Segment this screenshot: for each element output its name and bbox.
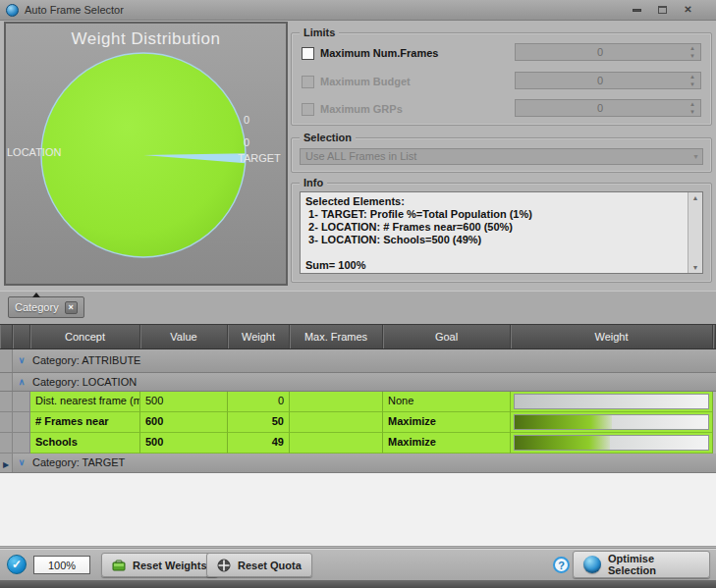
cell-weight[interactable]: 50	[228, 412, 290, 433]
pie-label-zero-1: 0	[244, 114, 249, 126]
cell-goal[interactable]: Maximize	[383, 412, 511, 433]
cell-max-frames[interactable]	[290, 392, 383, 412]
cell-concept[interactable]: Schools	[30, 433, 140, 454]
weight-bar-track	[514, 435, 709, 451]
max-budget-spinner: 0 ▲ ▼	[515, 72, 701, 89]
spinner-up-icon[interactable]: ▲	[686, 45, 699, 52]
header-goal[interactable]: Goal	[383, 325, 511, 348]
max-num-frames-label: Maximum Num.Frames	[320, 47, 438, 59]
cell-goal[interactable]: None	[383, 392, 511, 412]
cell-value[interactable]: 500	[140, 392, 228, 412]
header-concept[interactable]: Concept	[30, 325, 140, 348]
selection-groupbox: Selection Use ALL Frames in List ▼	[291, 137, 712, 173]
row-expander-cell	[13, 433, 30, 454]
weight-bar-track	[514, 394, 709, 409]
header-weight[interactable]: Weight	[228, 325, 290, 348]
sort-ascending-icon	[32, 293, 40, 297]
group-row-attribute[interactable]: ∨ Category: ATTRIBUTE	[0, 349, 716, 373]
weight-bar-fill	[515, 436, 610, 450]
help-icon[interactable]: ?	[553, 557, 570, 573]
max-budget-label: Maximum Budget	[320, 76, 411, 87]
weights-ok-check-icon: ✓	[7, 555, 27, 574]
maximize-button[interactable]	[656, 4, 669, 16]
reset-quota-button[interactable]: Reset Quota	[206, 553, 312, 577]
scroll-up-icon[interactable]: ▲	[688, 194, 702, 201]
cell-goal[interactable]: Maximize	[383, 433, 511, 454]
group-row-location[interactable]: ∧ Category: LOCATION	[0, 373, 716, 392]
row-indicator-cell: ▶	[0, 454, 13, 472]
table-row-frames-near[interactable]: # Frames near 600 50 Maximize	[0, 412, 716, 433]
close-button[interactable]: ✕	[682, 4, 694, 16]
optimise-globe-icon	[583, 556, 601, 573]
group-by-panel: Category ×	[0, 291, 716, 324]
limits-groupbox: Limits Maximum Num.Frames 0 ▲ ▼ Maximum …	[291, 32, 712, 126]
pie-label-location: LOCATION	[7, 146, 61, 158]
info-scrollbar[interactable]: ▲ ▼	[688, 192, 702, 273]
optimise-selection-label: Optimise Selection	[608, 553, 699, 576]
row-indicator-cell	[0, 412, 13, 433]
minimize-icon	[633, 9, 641, 12]
row-expander-cell	[13, 412, 30, 433]
cell-value[interactable]: 600	[140, 412, 228, 433]
header-max-frames[interactable]: Max. Frames	[290, 325, 383, 348]
table-row-schools[interactable]: Schools 500 49 Maximize	[0, 433, 716, 454]
info-legend: Info	[300, 177, 327, 189]
row-indicator-cell	[0, 373, 13, 391]
weights-grid: Concept Value Weight Max. Frames Goal We…	[0, 324, 716, 547]
reset-quota-icon	[217, 559, 231, 572]
window-title: Auto Frame Selector	[25, 4, 124, 16]
cell-weight-bar[interactable]	[511, 412, 713, 433]
header-expander	[13, 325, 30, 348]
table-row-dist-nearest-frame[interactable]: Dist. nearest frame (m) 500 0 None	[0, 392, 716, 412]
cell-value[interactable]: 500	[140, 433, 228, 454]
group-chip-label: Category	[15, 301, 59, 313]
group-chip-close-icon[interactable]: ×	[65, 301, 78, 314]
max-num-frames-row: Maximum Num.Frames	[302, 45, 438, 61]
reset-weights-icon	[112, 560, 126, 571]
cell-weight[interactable]: 49	[228, 433, 290, 454]
row-indicator-cell	[0, 392, 13, 412]
group-label-target: Category: TARGET	[30, 454, 125, 472]
cell-weight-bar[interactable]	[511, 433, 713, 454]
scroll-down-icon[interactable]: ▼	[688, 264, 702, 271]
group-label-attribute: Category: ATTRIBUTE	[30, 349, 140, 372]
chevron-down-icon[interactable]: ∨	[13, 454, 30, 472]
max-grps-value: 0	[516, 100, 685, 116]
close-icon: ✕	[684, 5, 691, 15]
max-grps-label: Maximum GRPs	[320, 103, 403, 115]
max-budget-checkbox	[302, 76, 314, 88]
total-weight-input[interactable]	[33, 556, 90, 574]
chevron-down-icon[interactable]: ∨	[13, 349, 30, 372]
cell-weight-bar[interactable]	[511, 392, 713, 412]
row-indicator-cell	[0, 433, 13, 454]
app-icon	[6, 4, 19, 17]
cell-concept[interactable]: # Frames near	[30, 412, 140, 433]
minimize-button[interactable]	[631, 4, 643, 16]
reset-weights-label: Reset Weights	[133, 560, 207, 571]
group-row-target[interactable]: ▶ ∨ Category: TARGET	[0, 454, 716, 473]
max-grps-checkbox	[302, 103, 314, 116]
optimise-selection-button[interactable]: Optimise Selection	[573, 551, 710, 578]
group-chip-category[interactable]: Category ×	[8, 296, 84, 318]
spinner-down-icon: ▼	[686, 81, 699, 88]
cell-max-frames[interactable]	[290, 433, 383, 454]
max-num-frames-spinner[interactable]: 0 ▲ ▼	[515, 43, 701, 61]
chevron-up-icon[interactable]: ∧	[13, 373, 30, 391]
header-weight-bar[interactable]: Weight	[511, 325, 713, 348]
cell-max-frames[interactable]	[290, 412, 383, 433]
spinner-up-icon: ▲	[686, 101, 699, 108]
pie-label-zero-2: 0	[244, 136, 249, 148]
reset-weights-button[interactable]: Reset Weights	[101, 553, 218, 577]
weight-bar-fill	[515, 415, 612, 429]
dropdown-arrow-icon: ▼	[692, 153, 699, 160]
max-num-frames-value: 0	[516, 44, 685, 60]
spinner-down-icon[interactable]: ▼	[686, 53, 699, 60]
header-value[interactable]: Value	[140, 325, 228, 348]
maximize-icon	[658, 6, 667, 14]
title-bar: Auto Frame Selector ✕	[0, 0, 716, 21]
pie-label-target: TARGET	[238, 152, 281, 164]
cell-weight[interactable]: 0	[228, 392, 290, 412]
spinner-up-icon: ▲	[686, 74, 699, 80]
max-num-frames-checkbox[interactable]	[302, 47, 314, 60]
cell-concept[interactable]: Dist. nearest frame (m)	[30, 392, 140, 412]
